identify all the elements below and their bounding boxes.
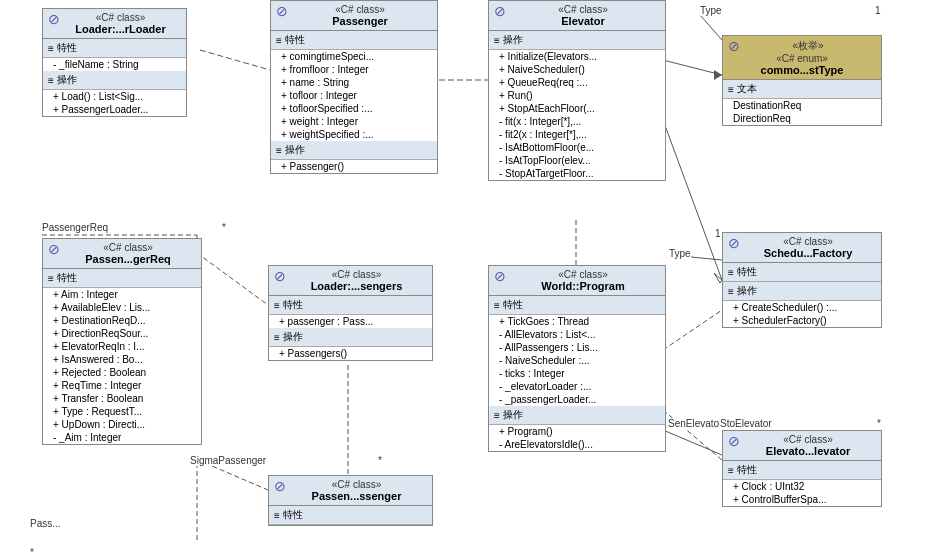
box-elevator: ⊘ «C# class» Elevator ≡ 操作 + Initialize(… [488, 0, 666, 181]
pr-prop4: + DirectionReqSour... [43, 327, 201, 340]
passenger-prop5: + tofloorSpecified :... [271, 102, 437, 115]
passenger-class-icon: ⊘ [276, 4, 288, 18]
loader-sengers-ops-section: ≡ 操作 [269, 328, 432, 347]
loader-sengers-name: Loader:...sengers [274, 280, 427, 292]
pr-prop8: + ReqTime : Integer [43, 379, 201, 392]
sched-factory-stereotype: «C# class» [728, 236, 876, 247]
pr-prop3: + DestinationReqD... [43, 314, 201, 327]
passengerreq-stereotype: «C# class» [48, 242, 196, 253]
pr-prop2: + AvailableElev : Lis... [43, 301, 201, 314]
svg-marker-3 [714, 70, 722, 80]
passenger-prop2: + fromfloor : Integer [271, 63, 437, 76]
box-sched-factory: ⊘ «C# class» Schedu...Factory ≡ 特性 ≡ 操作 … [722, 232, 882, 328]
mult-1-top: 1 [875, 5, 881, 16]
pr-prop1: + Aim : Integer [43, 288, 201, 301]
stoelev-label: StoElevator [720, 418, 772, 429]
type-label-mid: Type [669, 248, 691, 259]
sched-factory-icon: ⊘ [728, 236, 740, 250]
loader-sengers-props-section: ≡ 特性 [269, 296, 432, 315]
pr-prop9: + Transfer : Boolean [43, 392, 201, 405]
wp-prop1: + TickGoes : Thread [489, 315, 665, 328]
elevator-stereotype: «C# class» [494, 4, 660, 15]
passen-ssenger-stereotype: «C# class» [274, 479, 427, 490]
sched-factory-name: Schedu...Factory [728, 247, 876, 259]
world-program-ops-section: ≡ 操作 [489, 406, 665, 425]
sf-op1: + CreateScheduler() :... [723, 301, 881, 314]
diagram-canvas: Type 1 Type 1 PassengerReq * SigmaPassen… [0, 0, 942, 560]
sched-factory-ops-section: ≡ 操作 [723, 282, 881, 301]
sched-factory-header: ⊘ «C# class» Schedu...Factory [723, 233, 881, 263]
wp-op1: + Program() [489, 425, 665, 438]
wp-prop5: - ticks : Integer [489, 367, 665, 380]
passenger-prop3: + name : String [271, 76, 437, 89]
passenger-props-section: ≡ 特性 [271, 31, 437, 50]
passenger-header: ⊘ «C# class» Passenger [271, 1, 437, 31]
elevator-op1: + Initialize(Elevators... [489, 50, 665, 63]
commosttype-name: commo...stType [728, 64, 876, 76]
wp-op2: - AreElevatorsIdle()... [489, 438, 665, 451]
pass-label: Pass... [30, 518, 61, 529]
world-program-icon: ⊘ [494, 269, 506, 283]
elevato-levator-name: Elevato...levator [728, 445, 876, 457]
pr-prop11: + UpDown : Directi... [43, 418, 201, 431]
commosttype-text-section: ≡ 文本 [723, 80, 881, 99]
elevato-levator-props-section: ≡ 特性 [723, 461, 881, 480]
svg-line-4 [700, 15, 722, 40]
ls-op1: + Passengers() [269, 347, 432, 360]
passengerreq-class-icon: ⊘ [48, 242, 60, 256]
box-loader-rloader-header: ⊘ «C# class» Loader:...rLoader [43, 9, 186, 39]
svg-line-2 [663, 60, 722, 75]
passenger-op1: + Passenger() [271, 160, 437, 173]
loader-sengers-stereotype: «C# class» [274, 269, 427, 280]
loader-sengers-header: ⊘ «C# class» Loader:...sengers [269, 266, 432, 296]
mult-1-mid: 1 [715, 228, 721, 239]
world-program-header: ⊘ «C# class» World::Program [489, 266, 665, 296]
loader-rloader-op1: + Load() : List<Sig... [43, 90, 186, 103]
loader-rloader-stereotype: «C# class» [48, 12, 181, 23]
elevator-op8: - IsAtBottomFloor(e... [489, 141, 665, 154]
type-label-top: Type [700, 5, 722, 16]
passenger-prop1: + comingtimeSpeci... [271, 50, 437, 63]
elevator-header: ⊘ «C# class» Elevator [489, 1, 665, 31]
svg-line-0 [200, 50, 270, 70]
passen-ssenger-icon: ⊘ [274, 479, 286, 493]
box-passen-ssenger: ⊘ «C# class» Passen...ssenger ≡ 特性 [268, 475, 433, 526]
world-program-props-section: ≡ 特性 [489, 296, 665, 315]
loader-rloader-name: Loader:...rLoader [48, 23, 181, 35]
elevator-class-icon: ⊘ [494, 4, 506, 18]
enum-icon: ⊘ [728, 39, 740, 53]
elevator-op7: - fit2(x : Integer[*],... [489, 128, 665, 141]
elevator-op4: + Run() [489, 89, 665, 102]
passengerreq-props-section: ≡ 特性 [43, 269, 201, 288]
passenger-prop4: + tofloor : Integer [271, 89, 437, 102]
senelev-label: SenElevator [668, 418, 722, 429]
elevator-op10: - StopAtTargetFloor... [489, 167, 665, 180]
elevator-op5: + StopAtEachFloor(... [489, 102, 665, 115]
box-world-program: ⊘ «C# class» World::Program ≡ 特性 + TickG… [488, 265, 666, 452]
box-elevato-levator: ⊘ «C# class» Elevato...levator ≡ 特性 + Cl… [722, 430, 882, 507]
world-program-stereotype: «C# class» [494, 269, 660, 280]
loader-rloader-op2: + PassengerLoader... [43, 103, 186, 116]
pr-prop6: + IsAnswered : Bo... [43, 353, 201, 366]
loader-rloader-prop1: - _fileName : String [43, 58, 186, 71]
passenger-prop6: + weight : Integer [271, 115, 437, 128]
passen-ssenger-props-section: ≡ 特性 [269, 506, 432, 525]
elevato-levator-stereotype: «C# class» [728, 434, 876, 445]
ls-prop1: + passenger : Pass... [269, 315, 432, 328]
wp-prop3: - AllPassengers : Lis... [489, 341, 665, 354]
mult-star3: * [30, 547, 34, 558]
mult-star2: * [378, 455, 382, 466]
elevator-op3: + QueueReq(req :... [489, 76, 665, 89]
passengerreq-name: Passen...gerReq [48, 253, 196, 265]
loader-rloader-ops-section: ≡ 操作 [43, 71, 186, 90]
elevato-levator-header: ⊘ «C# class» Elevato...levator [723, 431, 881, 461]
svg-line-16 [205, 463, 268, 490]
commosttype-header: ⊘ «枚举» «C# enum» commo...stType [723, 36, 881, 80]
commosttype-val1: DestinationReq [723, 99, 881, 112]
sf-op2: + SchedulerFactory() [723, 314, 881, 327]
loader-rloader-props-section: ≡ 特性 [43, 39, 186, 58]
box-loader-rloader: ⊘ «C# class» Loader:...rLoader ≡ 特性 - _f… [42, 8, 187, 117]
elevator-ops-section: ≡ 操作 [489, 31, 665, 50]
mult-star4: * [877, 418, 881, 429]
box-loader-sengers: ⊘ «C# class» Loader:...sengers ≡ 特性 + pa… [268, 265, 433, 361]
